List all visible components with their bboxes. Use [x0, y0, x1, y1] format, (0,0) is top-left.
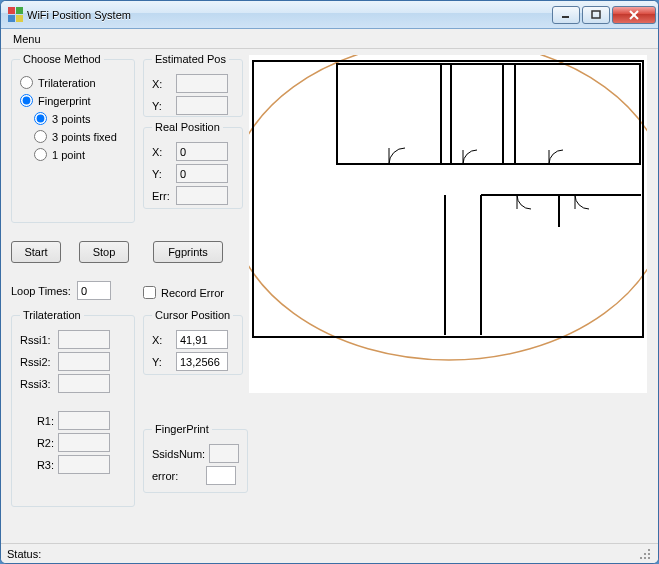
menubar: Menu — [1, 29, 658, 49]
menu-item-menu[interactable]: Menu — [7, 31, 47, 47]
statusbar: Status: — [1, 543, 658, 563]
start-button[interactable]: Start — [11, 241, 61, 263]
app-window: WiFi Position System Menu Choose Method … — [0, 0, 659, 564]
minimize-button[interactable] — [552, 6, 580, 24]
estimated-pos-group: Estimated Pos X: Y: — [143, 53, 243, 117]
window-buttons — [552, 6, 656, 24]
real-y-label: Y: — [152, 168, 172, 180]
real-pos-legend: Real Position — [152, 121, 223, 133]
fp-error-label: error: — [152, 470, 202, 482]
real-err-label: Err: — [152, 190, 172, 202]
stop-button[interactable]: Stop — [79, 241, 129, 263]
radio-trilateration-label: Trilateration — [38, 77, 96, 89]
svg-rect-6 — [337, 64, 640, 164]
resize-grip-icon[interactable] — [638, 547, 652, 561]
radio-3points-label: 3 points — [52, 113, 91, 125]
window-title: WiFi Position System — [27, 9, 552, 21]
loop-times-value[interactable] — [77, 281, 111, 300]
radio-3points-fixed-label: 3 points fixed — [52, 131, 117, 143]
svg-point-4 — [249, 55, 647, 360]
svg-rect-5 — [253, 61, 643, 337]
rssi2-value[interactable] — [58, 352, 110, 371]
floor-plan-svg — [249, 55, 647, 393]
rssi1-label: Rssi1: — [20, 334, 54, 346]
radio-fingerprint[interactable] — [20, 94, 33, 107]
radio-3points-fixed[interactable] — [34, 130, 47, 143]
client-area: Choose Method Trilateration Fingerprint … — [1, 49, 658, 543]
rssi3-value[interactable] — [58, 374, 110, 393]
maximize-button[interactable] — [582, 6, 610, 24]
r3-label: R3: — [20, 459, 54, 471]
radio-fingerprint-label: Fingerprint — [38, 95, 91, 107]
r3-value[interactable] — [58, 455, 110, 474]
loop-times-label: Loop Times: — [11, 285, 71, 297]
r1-value[interactable] — [58, 411, 110, 430]
close-button[interactable] — [612, 6, 656, 24]
app-icon — [7, 7, 23, 23]
radio-1point-label: 1 point — [52, 149, 85, 161]
cursor-y-value[interactable] — [176, 352, 228, 371]
est-y-value[interactable] — [176, 96, 228, 115]
radio-trilateration[interactable] — [20, 76, 33, 89]
r2-label: R2: — [20, 437, 54, 449]
rssi3-label: Rssi3: — [20, 378, 54, 390]
titlebar: WiFi Position System — [1, 1, 658, 29]
cursor-x-value[interactable] — [176, 330, 228, 349]
trilateration-group: Trilateration Rssi1: Rssi2: Rssi3: R1: R… — [11, 309, 135, 507]
radio-3points[interactable] — [34, 112, 47, 125]
floor-plan[interactable] — [249, 55, 647, 393]
real-x-value[interactable] — [176, 142, 228, 161]
radio-1point[interactable] — [34, 148, 47, 161]
svg-rect-1 — [592, 11, 600, 18]
trilateration-legend: Trilateration — [20, 309, 84, 321]
fingerprint-group: FingerPrint SsidsNum: error: — [143, 423, 248, 493]
cursor-y-label: Y: — [152, 356, 172, 368]
fp-error-value[interactable] — [206, 466, 236, 485]
estimated-pos-legend: Estimated Pos — [152, 53, 229, 65]
record-error-label: Record Error — [161, 287, 224, 299]
real-err-value[interactable] — [176, 186, 228, 205]
real-y-value[interactable] — [176, 164, 228, 183]
cursor-x-label: X: — [152, 334, 172, 346]
record-error-checkbox[interactable] — [143, 286, 156, 299]
cursor-pos-legend: Cursor Position — [152, 309, 233, 321]
rssi2-label: Rssi2: — [20, 356, 54, 368]
r2-value[interactable] — [58, 433, 110, 452]
est-x-label: X: — [152, 78, 172, 90]
real-pos-group: Real Position X: Y: Err: — [143, 121, 243, 209]
cursor-pos-group: Cursor Position X: Y: — [143, 309, 243, 375]
choose-method-group: Choose Method Trilateration Fingerprint … — [11, 53, 135, 223]
fingerprint-legend: FingerPrint — [152, 423, 212, 435]
fgprints-button[interactable]: Fgprints — [153, 241, 223, 263]
real-x-label: X: — [152, 146, 172, 158]
est-y-label: Y: — [152, 100, 172, 112]
choose-method-legend: Choose Method — [20, 53, 104, 65]
ssidsnum-label: SsidsNum: — [152, 448, 205, 460]
est-x-value[interactable] — [176, 74, 228, 93]
r1-label: R1: — [20, 415, 54, 427]
status-label: Status: — [7, 548, 41, 560]
rssi1-value[interactable] — [58, 330, 110, 349]
ssidsnum-value[interactable] — [209, 444, 239, 463]
